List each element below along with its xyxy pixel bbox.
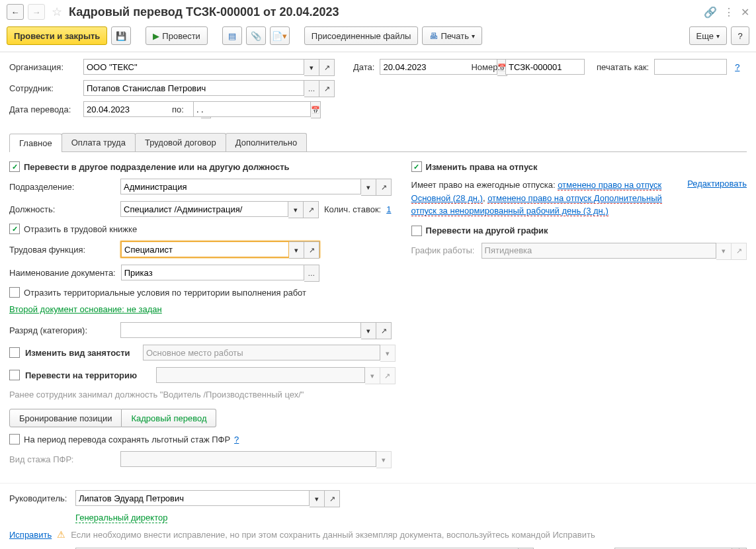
manager-input[interactable] bbox=[75, 490, 310, 506]
rates-link[interactable]: 1 bbox=[386, 204, 391, 214]
dept-dropdown[interactable]: ▾ bbox=[361, 179, 376, 196]
employment-checkbox[interactable] bbox=[9, 347, 20, 358]
pfr-label: На период перевода сохранять льготный ст… bbox=[24, 435, 230, 444]
labor-book-label: Отразить в трудовой книжке bbox=[24, 224, 137, 234]
manager-label: Руководитель: bbox=[9, 493, 70, 503]
save-button[interactable]: 💾 bbox=[111, 26, 131, 45]
territory-open: ↗ bbox=[380, 367, 396, 384]
doc-button[interactable]: ▤ bbox=[222, 26, 242, 45]
printer-icon: 🖶 bbox=[429, 31, 438, 41]
manager-open[interactable]: ↗ bbox=[325, 490, 340, 507]
fix-text: Если необходимо внести исправление, но п… bbox=[71, 530, 595, 540]
territory-checkbox[interactable] bbox=[9, 370, 20, 380]
org-input[interactable] bbox=[83, 59, 304, 75]
pfr-type-dropdown: ▾ bbox=[376, 451, 392, 468]
second-doc-link[interactable]: Второй документ основание: не задан bbox=[9, 304, 162, 314]
paperclip-icon: 📎 bbox=[251, 31, 261, 41]
attach-button[interactable]: 📎 bbox=[246, 26, 266, 45]
schedule-open: ↗ bbox=[732, 243, 747, 260]
tab-main[interactable]: Главное bbox=[9, 134, 62, 152]
create-based-button[interactable]: 📄▾ bbox=[270, 26, 290, 45]
menu-icon[interactable]: ⋮ bbox=[724, 6, 734, 19]
territory-cond-checkbox[interactable] bbox=[9, 287, 20, 298]
number-input[interactable] bbox=[505, 59, 585, 75]
func-input[interactable] bbox=[121, 241, 289, 257]
post-close-button[interactable]: Провести и закрыть bbox=[7, 26, 107, 45]
territory-cond-label: Отразить территориальные условия по терр… bbox=[24, 288, 306, 298]
link-icon[interactable]: 🔗 bbox=[704, 6, 717, 19]
func-label: Трудовая функция: bbox=[9, 245, 115, 255]
window-title: Кадровый перевод ТСЗК-000001 от 20.04.20… bbox=[69, 5, 700, 19]
rank-dropdown[interactable]: ▾ bbox=[361, 322, 376, 339]
schedule-checkbox[interactable] bbox=[411, 226, 422, 236]
rank-open[interactable]: ↗ bbox=[376, 322, 392, 339]
more-button[interactable]: Еще bbox=[689, 26, 727, 45]
forward-button[interactable]: → bbox=[28, 4, 45, 20]
labor-book-checkbox[interactable] bbox=[9, 224, 20, 234]
vacation-label: Изменить права на отпуск bbox=[426, 162, 538, 172]
dept-label: Подразделение: bbox=[9, 182, 115, 192]
attached-files-button[interactable]: Присоединенные файлы bbox=[304, 26, 419, 45]
doc-name-select[interactable]: … bbox=[304, 265, 319, 282]
seg-booking[interactable]: Бронирование позиции bbox=[9, 409, 122, 427]
schedule-input bbox=[482, 243, 716, 259]
transfer-checkbox[interactable] bbox=[9, 161, 20, 172]
date-label: Дата: bbox=[353, 62, 374, 72]
manager-dropdown[interactable]: ▾ bbox=[310, 490, 325, 507]
tab-pay[interactable]: Оплата труда bbox=[62, 133, 136, 151]
schedule-check-label: Перевести на другой график bbox=[426, 226, 548, 235]
schedule-dropdown: ▾ bbox=[716, 243, 732, 260]
territory-label: Перевести на территорию bbox=[25, 370, 151, 380]
back-button[interactable]: ← bbox=[7, 4, 24, 20]
to-date-input[interactable] bbox=[193, 101, 311, 117]
vacation-edit[interactable]: Редактировать bbox=[687, 179, 747, 189]
position-dropdown[interactable]: ▾ bbox=[288, 201, 304, 218]
org-dropdown[interactable]: ▾ bbox=[304, 59, 319, 76]
print-as-input[interactable] bbox=[654, 59, 727, 75]
help-button[interactable]: ? bbox=[731, 26, 749, 45]
org-open[interactable]: ↗ bbox=[319, 59, 335, 76]
print-button[interactable]: 🖶 Печать bbox=[422, 26, 482, 45]
post-button[interactable]: ▶ Провести bbox=[146, 26, 208, 45]
document-icon: ▤ bbox=[228, 31, 236, 41]
doc-name-label: Наименование документа: bbox=[9, 268, 116, 278]
territory-input bbox=[156, 367, 365, 383]
pfr-type-input bbox=[120, 451, 376, 467]
to-date-cal[interactable]: 📅 bbox=[311, 101, 321, 118]
manager-position-link[interactable]: Генеральный директор bbox=[75, 513, 167, 523]
pfr-checkbox[interactable] bbox=[9, 434, 20, 444]
employee-select[interactable]: … bbox=[304, 80, 319, 97]
number-label: Номер: bbox=[471, 62, 500, 72]
fix-link[interactable]: Исправить bbox=[9, 530, 52, 540]
rates-label: Колич. ставок: bbox=[324, 204, 381, 214]
func-dropdown[interactable]: ▾ bbox=[289, 241, 304, 259]
position-open[interactable]: ↗ bbox=[304, 201, 319, 218]
org-label: Организация: bbox=[9, 62, 75, 72]
rank-label: Разряд (категория): bbox=[9, 325, 115, 335]
employment-dropdown: ▾ bbox=[380, 345, 396, 362]
seg-transfer[interactable]: Кадровый перевод bbox=[122, 409, 216, 427]
transfer-checkbox-label: Перевести в другое подразделение или на … bbox=[24, 162, 290, 172]
employee-open[interactable]: ↗ bbox=[319, 80, 335, 97]
dept-input[interactable] bbox=[120, 179, 361, 194]
territory-dropdown: ▾ bbox=[365, 367, 380, 384]
employee-label: Сотрудник: bbox=[9, 83, 75, 93]
warning-icon: ⚠ bbox=[57, 529, 65, 540]
employment-label: Изменить вид занятости bbox=[25, 348, 138, 358]
func-open[interactable]: ↗ bbox=[304, 241, 319, 259]
close-icon[interactable]: ✕ bbox=[741, 6, 749, 19]
doc-name-input[interactable] bbox=[121, 265, 304, 280]
dept-open[interactable]: ↗ bbox=[376, 179, 392, 196]
post-icon: ▶ bbox=[153, 31, 159, 41]
vacation-checkbox[interactable] bbox=[411, 161, 422, 172]
star-icon[interactable]: ☆ bbox=[52, 5, 62, 19]
tab-extra[interactable]: Дополнительно bbox=[226, 133, 308, 151]
rank-input[interactable] bbox=[120, 322, 361, 338]
tab-contract[interactable]: Трудовой договор bbox=[135, 133, 226, 151]
position-label: Должность: bbox=[9, 204, 115, 214]
employee-input[interactable] bbox=[83, 80, 304, 96]
schedule-label: График работы: bbox=[411, 245, 476, 255]
pfr-help[interactable]: ? bbox=[234, 435, 239, 444]
print-as-help[interactable]: ? bbox=[735, 62, 739, 72]
position-input[interactable] bbox=[120, 201, 288, 217]
